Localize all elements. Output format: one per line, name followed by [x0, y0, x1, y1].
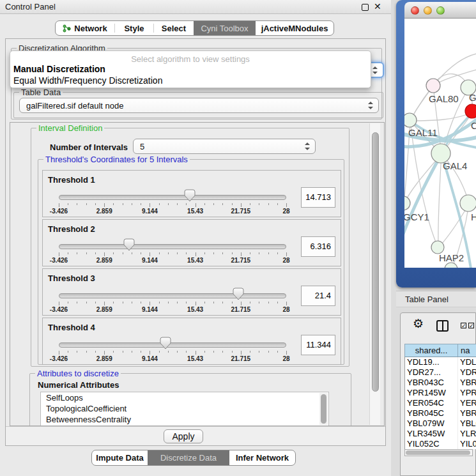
num-intervals-select[interactable]: 5 — [133, 139, 316, 154]
node-highlighted-red[interactable] — [465, 104, 476, 118]
cell-name[interactable]: YIL0 — [458, 439, 476, 449]
tab-style[interactable]: Style — [115, 21, 153, 35]
cell-name[interactable]: YBL0 — [458, 418, 476, 429]
apply-button[interactable]: Apply — [164, 429, 203, 443]
table-panel-titlebar: Table Panel — [396, 291, 476, 307]
scrollbar-thumb[interactable] — [321, 394, 326, 424]
threshold-value-field[interactable]: 6.316 — [301, 236, 335, 257]
table-row[interactable]: YBR045CYBR0 — [405, 408, 476, 418]
checkbox-icon: ✓ — [461, 323, 466, 328]
slider-thumb[interactable] — [184, 189, 196, 202]
cell-shared-name[interactable]: YPR145W — [405, 388, 458, 398]
cell-name[interactable]: YBR0 — [458, 378, 476, 388]
float-window-icon[interactable] — [362, 4, 369, 11]
cell-name[interactable]: YLR3 — [458, 429, 476, 439]
cell-name[interactable]: YBR0 — [458, 408, 476, 418]
table-row[interactable]: YLR345WYLR3 — [405, 429, 476, 439]
node-hap2[interactable] — [431, 241, 444, 254]
network-window-titlebar[interactable] — [404, 2, 476, 19]
dropdown-option-equal-width[interactable]: Equal Width/Frequency Discretization — [10, 75, 371, 86]
column-header-name[interactable]: na — [458, 344, 476, 357]
close-window-icon[interactable]: ✕ — [374, 1, 381, 12]
threshold-value-field[interactable]: 14.713 — [301, 187, 335, 208]
cell-name[interactable]: YDL1 — [458, 357, 476, 367]
attributes-scrollbar[interactable] — [319, 393, 328, 425]
table-horizontal-scrollbar[interactable] — [404, 449, 473, 456]
table-data-select[interactable]: galFiltered.sif default node — [19, 98, 379, 113]
slider-thumb[interactable] — [123, 238, 135, 251]
node-pink[interactable] — [426, 79, 440, 93]
table-row[interactable]: YER054CYER0 — [405, 398, 476, 408]
cell-name[interactable]: YPR1 — [458, 388, 476, 398]
cell-shared-name[interactable]: YBR043C — [405, 378, 458, 388]
panel-vertical-scrollbar[interactable] — [369, 123, 380, 425]
cell-shared-name[interactable]: YBR045C — [405, 408, 458, 418]
attribute-item[interactable]: SelfLoops — [41, 392, 328, 403]
table-row[interactable]: YIL052CYIL0 — [405, 439, 476, 449]
dropdown-placeholder-item[interactable]: Select algorithm to view settings — [10, 51, 371, 63]
slider-tick — [259, 302, 259, 303]
table-row[interactable]: YDL19...YDL1 — [405, 357, 476, 367]
dropdown-option-manual[interactable]: Manual Discretization — [10, 63, 371, 75]
threshold-value-field[interactable]: 11.344 — [301, 335, 335, 355]
column-layout-icon[interactable] — [436, 320, 449, 332]
node-gal11[interactable] — [404, 113, 417, 127]
slider-ticks — [59, 203, 286, 207]
table-settings-gear-icon[interactable]: ⚙ — [413, 318, 424, 330]
window-title: Control Panel — [5, 2, 56, 12]
threshold-slider[interactable] — [59, 342, 286, 348]
minimize-traffic-light-icon[interactable] — [424, 6, 432, 15]
tab-network[interactable]: Network — [56, 21, 114, 35]
attribute-item[interactable]: BetweennessCentrality — [41, 414, 328, 425]
threshold-slider[interactable] — [59, 195, 286, 200]
select-columns-icons[interactable]: ✓ ✓ — [461, 323, 475, 329]
slider-thumb[interactable] — [233, 288, 244, 300]
slider-tick — [232, 351, 233, 353]
cell-name[interactable]: YER0 — [458, 398, 476, 408]
scrollbar-thumb[interactable] — [372, 132, 379, 392]
cell-shared-name[interactable]: YLR345W — [405, 429, 458, 439]
control-panel-window: Control Panel ✕ Network Style Select Cyn… — [0, 0, 391, 476]
threshold-slider[interactable] — [59, 244, 286, 249]
cell-shared-name[interactable]: YDR27... — [405, 367, 458, 378]
cell-shared-name[interactable]: YER054C — [405, 398, 458, 408]
cell-shared-name[interactable]: YIL052C — [405, 439, 458, 449]
slider-tick-label: 15.43 — [187, 257, 203, 264]
cell-shared-name[interactable]: YBL079W — [405, 418, 458, 429]
column-header-shared-name[interactable]: shared... — [405, 344, 458, 357]
cell-name[interactable]: YDR2 — [458, 367, 476, 378]
tab-infer-network[interactable]: Infer Network — [229, 450, 295, 465]
node-bottom-partial[interactable] — [445, 263, 457, 268]
scrollbar-thumb[interactable] — [406, 450, 470, 455]
cell-shared-name[interactable]: YDL19... — [405, 357, 458, 367]
tab-impute-data[interactable]: Impute Data — [92, 450, 148, 465]
table-row[interactable]: YBR043CYBR0 — [405, 378, 476, 388]
threshold-slider[interactable] — [59, 293, 286, 298]
tab-jactivemnodules[interactable]: jActiveMNodules — [256, 21, 334, 35]
tab-discretize-data[interactable]: Discretize Data — [148, 450, 229, 465]
control-panel-titlebar: Control Panel ✕ — [0, 0, 391, 14]
node-label: GCY1 — [404, 211, 429, 222]
node-gcy1[interactable] — [404, 196, 410, 210]
node-right[interactable] — [460, 195, 476, 211]
node-label: GAL11 — [408, 127, 438, 138]
attribute-item[interactable]: TopologicalCoefficient — [41, 403, 328, 414]
network-canvas[interactable]: GAL80 GA C GAL11 GAL4 GCY1 H HAP2 — [404, 19, 476, 268]
node-label: GA — [469, 92, 476, 103]
slider-tick — [213, 203, 214, 205]
slider-thumb[interactable] — [160, 337, 171, 349]
table-row[interactable]: YDR27...YDR2 — [405, 367, 476, 378]
table-row[interactable]: YBL079WYBL0 — [405, 418, 476, 429]
slider-tick — [222, 302, 223, 303]
slider-tick — [177, 252, 178, 254]
node-label: H — [471, 211, 476, 222]
tab-cyni-toolbox[interactable]: Cyni Toolbox — [194, 21, 256, 35]
table-row[interactable]: YPR145WYPR1 — [405, 388, 476, 398]
slider-tick — [268, 351, 269, 353]
tab-select[interactable]: Select — [154, 21, 194, 35]
slider-tick — [141, 302, 141, 303]
zoom-traffic-light-icon[interactable] — [436, 6, 445, 15]
slider-tick — [222, 252, 223, 254]
close-traffic-light-icon[interactable] — [411, 6, 419, 15]
threshold-value-field[interactable]: 21.4 — [301, 286, 335, 306]
